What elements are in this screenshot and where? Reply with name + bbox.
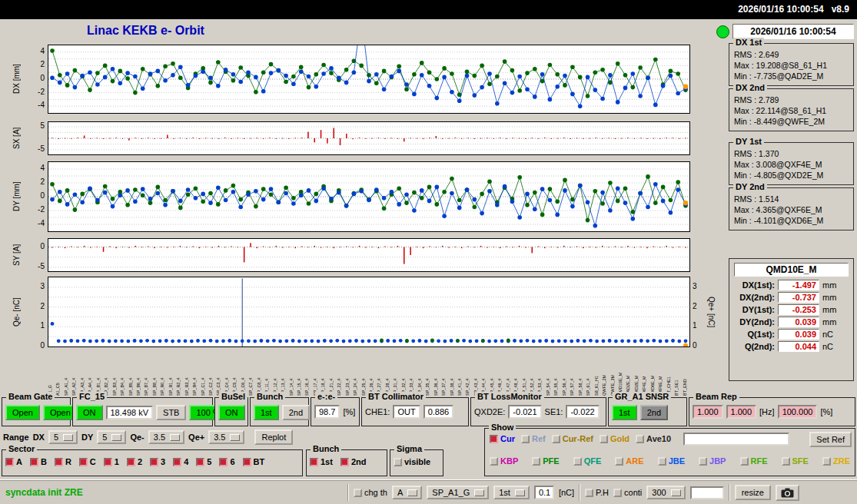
- bpm-name-label: SP_36_4: [433, 350, 438, 396]
- bpm-name-label: QWFE_3M: [610, 350, 615, 396]
- conti-checkbox[interactable]: conti: [613, 488, 642, 497]
- checkbox-box[interactable]: [600, 435, 608, 443]
- bunch-2nd-button[interactable]: 2nd: [282, 405, 310, 420]
- checkbox-box[interactable]: [490, 457, 498, 466]
- sector-checkbox-6[interactable]: 6: [219, 457, 234, 466]
- checkbox-box[interactable]: [532, 457, 540, 466]
- checkbox-box[interactable]: [490, 435, 498, 443]
- sector-checkbox-4[interactable]: 4: [173, 457, 188, 466]
- checkbox-box[interactable]: [310, 458, 318, 466]
- selected-monitor-name[interactable]: QMD10E_M: [734, 263, 849, 277]
- screenshot-button[interactable]: [776, 485, 799, 501]
- fc15-on-button[interactable]: ON: [76, 405, 103, 420]
- checkbox-box[interactable]: [30, 458, 38, 466]
- checkbox-box[interactable]: [243, 458, 251, 466]
- ref-name-input[interactable]: [683, 433, 789, 446]
- fc15-stb-button[interactable]: STB: [156, 405, 186, 420]
- checkbox-box[interactable]: [615, 457, 623, 466]
- replot-button[interactable]: Replot: [254, 429, 293, 445]
- gr-snsr-1st-button[interactable]: 1st: [612, 405, 637, 420]
- bpm-name-label: QWFE_2M: [602, 350, 606, 396]
- sector-checkbox-a[interactable]: A: [5, 457, 22, 466]
- checkbox-box[interactable]: [394, 458, 402, 466]
- show-checkbox-are[interactable]: ARE: [615, 456, 643, 466]
- busel-on-button[interactable]: ON: [218, 405, 245, 420]
- bpm-name-label: SP_28_4: [385, 350, 390, 396]
- sector-checkbox-1[interactable]: 1: [104, 457, 119, 466]
- threshold-field[interactable]: 0.1: [534, 486, 554, 499]
- checkbox-box[interactable]: [573, 457, 582, 466]
- checkbox-box[interactable]: [150, 458, 158, 466]
- show-checkbox-jbe[interactable]: JBE: [658, 456, 685, 466]
- sector-checkbox-3[interactable]: 3: [150, 457, 165, 466]
- monitor-value-label: DY(1st):: [733, 305, 775, 314]
- beam-gate-open-button-1[interactable]: Open: [5, 405, 40, 420]
- checkbox-label: Cur-Ref: [563, 434, 593, 443]
- checkbox-box[interactable]: [196, 458, 204, 466]
- checkbox-box[interactable]: [5, 458, 14, 466]
- bpm-name-label: SP_55_4: [553, 350, 558, 396]
- aux-input[interactable]: [690, 486, 724, 499]
- show-checkbox-rfe[interactable]: RFE: [740, 456, 768, 466]
- bunch-checkbox-2nd[interactable]: 2nd: [340, 457, 367, 466]
- show-checkbox-cur-ref[interactable]: Cur-Ref: [552, 434, 593, 443]
- range-dx-dropdown[interactable]: 5: [48, 430, 78, 444]
- show-checkbox-qfe[interactable]: QFE: [573, 456, 602, 466]
- sector-checkbox-bt[interactable]: BT: [243, 457, 265, 466]
- bunch-dropdown[interactable]: 1st: [493, 486, 530, 499]
- bunch-1st-button[interactable]: 1st: [254, 405, 279, 420]
- range-dy-dropdown[interactable]: 5: [97, 430, 126, 444]
- checkbox-box[interactable]: [699, 457, 707, 466]
- show-checkbox-jbp[interactable]: JBP: [699, 456, 726, 466]
- count-dropdown[interactable]: 300: [646, 486, 685, 499]
- checkbox-box[interactable]: [127, 458, 135, 466]
- range-qe-plus-dropdown[interactable]: 3.5: [208, 430, 244, 444]
- show-checkbox-zre[interactable]: ZRE: [822, 456, 850, 466]
- show-checkbox-pfe[interactable]: PFE: [532, 456, 559, 466]
- bpm-name-label: SP_C8_4: [257, 350, 261, 396]
- checkbox-box[interactable]: [340, 458, 349, 466]
- checkbox-box[interactable]: [104, 458, 112, 466]
- checkbox-box[interactable]: [521, 435, 530, 443]
- conti-checkbox-box[interactable]: [613, 489, 622, 497]
- checkbox-box[interactable]: [219, 458, 228, 466]
- sector-checkbox-r[interactable]: R: [55, 457, 71, 466]
- sigma-checkbox-visible[interactable]: visible: [394, 457, 430, 466]
- sector-checkbox-c[interactable]: C: [79, 457, 96, 466]
- checkbox-box[interactable]: [782, 457, 790, 466]
- ph-checkbox-box[interactable]: [585, 489, 593, 497]
- checkbox-box[interactable]: [79, 458, 88, 466]
- checkbox-box[interactable]: [552, 435, 560, 443]
- gr-snsr-2nd-button[interactable]: 2nd: [640, 405, 668, 420]
- range-qe-minus-dropdown[interactable]: 3.5: [148, 430, 184, 444]
- show-checkbox-cur[interactable]: Cur: [490, 434, 515, 443]
- sector-checkbox-b[interactable]: B: [30, 457, 47, 466]
- checkbox-label: Gold: [610, 434, 629, 443]
- sector-checkbox-2[interactable]: 2: [127, 457, 142, 466]
- checkbox-box[interactable]: [822, 457, 831, 466]
- checkbox-box[interactable]: [636, 435, 644, 443]
- mode-dropdown[interactable]: A: [392, 486, 422, 499]
- chg-th-checkbox[interactable]: chg th: [354, 488, 387, 497]
- show-checkbox-ref[interactable]: Ref: [521, 434, 546, 443]
- show-checkbox-kbp[interactable]: KBP: [490, 456, 518, 466]
- bpm-name-label: SP_B5_4: [128, 350, 133, 396]
- show-checkbox-ave10[interactable]: Ave10: [636, 434, 671, 443]
- resize-button[interactable]: resize: [735, 485, 771, 500]
- ph-checkbox[interactable]: P.H: [585, 488, 609, 497]
- bunch-checkbox-1st[interactable]: 1st: [310, 457, 333, 466]
- checkbox-box[interactable]: [55, 458, 63, 466]
- stat-row: Min : -4.101@QXD6E_M: [734, 215, 852, 226]
- chg-th-checkbox-box[interactable]: [354, 489, 362, 497]
- show-checkbox-sfe[interactable]: SFE: [782, 456, 809, 466]
- dropdown-mark-icon: [474, 489, 483, 496]
- show-checkbox-gold[interactable]: Gold: [600, 434, 629, 443]
- sp-dropdown[interactable]: SP_A1_G: [427, 486, 489, 499]
- checkbox-box[interactable]: [658, 457, 666, 466]
- set-ref-button[interactable]: Set Ref: [809, 432, 852, 447]
- sector-checkbox-5[interactable]: 5: [196, 457, 211, 466]
- checkbox-box[interactable]: [740, 457, 749, 466]
- beam-rep-percent-unit: [%]: [820, 407, 832, 416]
- checkbox-label: JBP: [709, 456, 726, 466]
- checkbox-box[interactable]: [173, 458, 181, 466]
